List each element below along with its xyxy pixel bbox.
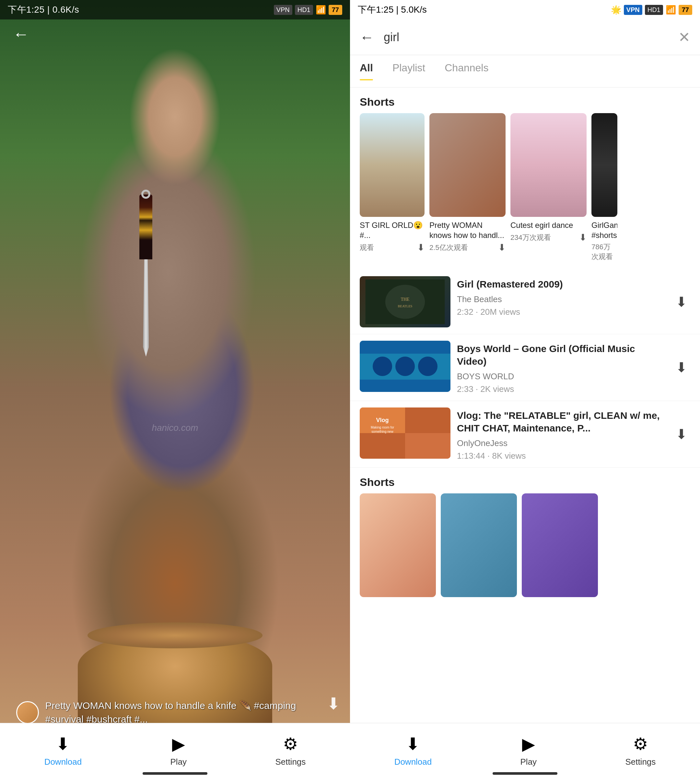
right-download-label: Download [394,757,432,767]
left-status-icons: VPN HD1 📶 77 [274,5,342,15]
left-back-arrow: ← [13,25,29,43]
knife-ring [141,190,150,199]
video-meta-0: 2:32 · 20M views [457,307,666,317]
left-signal-icon: 📶 [316,5,326,15]
svg-text:BEATLES: BEATLES [398,304,413,308]
video-info-0: Girl (Remastered 2009) The Beatles 2:32 … [457,276,666,317]
svg-text:Making room for: Making room for [371,426,394,429]
video-download-button-1[interactable]: ⬇ [672,356,690,379]
svg-text:something new: something new [372,430,393,433]
play-nav-icon: ▶ [172,734,185,754]
short-thumb-0 [360,113,425,217]
left-bottom-nav: ⬇ Download ▶ Play ⚙ Settings [0,723,350,778]
video-background: hanico.com [0,0,350,778]
short-card-bottom-1[interactable] [441,493,517,597]
short-views-0: 观看 [360,243,374,252]
video-download-button-2[interactable]: ⬇ [672,423,690,446]
svg-point-8 [418,357,438,376]
video-thumb-1 [360,341,450,392]
short-views-row-3: 786万次观看 [592,242,617,262]
right-signal-icon: 📶 [666,5,676,15]
video-thumb-0: THE BEATLES [360,276,450,327]
video-download-button[interactable]: ⬇ [327,695,340,713]
search-results-content[interactable]: Shorts ST GIRL ORLD😮 #... 观看 ⬇ Pretty WO… [350,87,700,723]
right-nav-download[interactable]: ⬇ Download [388,731,438,770]
stump-top [88,623,262,648]
settings-nav-label: Settings [275,757,306,767]
left-panel: hanico.com 下午1:25 | 0.6K/s VPN HD1 📶 77 … [0,0,350,778]
caption-avatar [16,701,39,724]
left-vpn-badge: VPN [274,5,292,15]
video-channel-2: OnlyOneJess [457,438,666,448]
video-duration-0: 2:32 [457,307,473,317]
knife-blade [143,259,149,357]
right-play-icon: ▶ [522,734,535,754]
video-views-1: 2K views [480,384,514,394]
short-download-1[interactable]: ⬇ [498,242,505,253]
video-item-2[interactable]: Vlog Making room for something new Vlog:… [350,401,700,468]
search-input[interactable] [384,26,668,48]
tab-all-label: All [360,62,373,73]
video-channel-1: BOYS WORLD [457,372,666,382]
right-nav-indicator [493,772,557,775]
right-panel: 下午1:25 | 5.0K/s 🌟 VPN HD1 📶 77 ← ✕ All P… [350,0,700,778]
right-settings-icon: ⚙ [633,734,648,754]
video-title-1: Boys World – Gone Girl (Official Music V… [457,342,666,367]
short-thumb-2 [510,113,587,217]
video-download-button-0[interactable]: ⬇ [672,291,690,313]
right-status-icons: 🌟 VPN HD1 📶 77 [611,5,692,15]
shorts-row-2 [350,493,700,605]
boysworld-thumb [360,341,450,392]
short-thumb-1 [429,113,505,217]
short-views-row-1: 2.5亿次观看 ⬇ [429,242,505,253]
play-nav-label: Play [170,757,187,767]
short-card-1[interactable]: Pretty WOMAN knows how to handl... 2.5亿次… [429,113,505,262]
search-back-button[interactable]: ← [357,26,377,48]
short-download-0[interactable]: ⬇ [417,242,425,253]
video-title-2: Vlog: The "RELATABLE" girl, CLEAN w/ me,… [457,409,666,434]
left-nav-download[interactable]: ⬇ Download [38,731,88,770]
right-settings-label: Settings [625,757,656,767]
download-nav-icon: ⬇ [56,734,70,754]
short-views-1: 2.5亿次观看 [429,243,468,252]
short-views-row-0: 观看 ⬇ [360,242,425,253]
video-item-1[interactable]: Boys World – Gone Girl (Official Music V… [350,334,700,401]
short-views-3: 786万次观看 [592,242,617,262]
left-back-button[interactable]: ← [10,23,32,45]
short-card-3[interactable]: GirlGang #shorts 786万次观看 [592,113,617,262]
right-battery-icon: 77 [678,5,692,15]
short-card-bottom-2[interactable] [522,493,598,597]
left-status-bar: 下午1:25 | 0.6K/s VPN HD1 📶 77 [0,0,350,20]
tab-all[interactable]: All [360,62,373,80]
video-item-0[interactable]: THE BEATLES Girl (Remastered 2009) The B… [350,270,700,334]
video-meta-1: 2:33 · 2K views [457,384,666,394]
search-clear-button[interactable]: ✕ [675,26,693,48]
short-card-bottom-0[interactable] [360,493,436,597]
knife-visual [133,195,159,357]
video-duration-1: 2:33 [457,384,473,394]
knife-handle [139,195,152,259]
video-sep-0: · [476,307,480,317]
tabs-bar: All Playlist Channels [350,55,700,87]
right-emoji-icon: 🌟 [611,5,621,15]
tab-playlist[interactable]: Playlist [392,62,425,80]
video-duration-2: 1:13:44 [457,451,485,461]
tab-channels[interactable]: Channels [445,62,488,80]
right-hd-badge: HD1 [645,5,663,15]
short-title-1: Pretty WOMAN knows how to handl... [429,220,505,240]
right-nav-play[interactable]: ▶ Play [514,731,543,770]
svg-text:Vlog: Vlog [376,417,389,423]
right-download-icon: ⬇ [406,734,420,754]
left-nav-play[interactable]: ▶ Play [164,731,193,770]
short-card-0[interactable]: ST GIRL ORLD😮 #... 观看 ⬇ [360,113,425,262]
short-download-2[interactable]: ⬇ [579,232,587,243]
short-card-2[interactable]: Cutest egirl dance 234万次观看 ⬇ [510,113,587,262]
svg-point-1 [385,285,425,319]
short-views-row-2: 234万次观看 ⬇ [510,232,587,243]
right-nav-settings[interactable]: ⚙ Settings [619,731,662,770]
caption-text: Pretty WOMAN knows how to handle a knife… [45,699,308,726]
short-thumb-bottom-0 [360,493,436,597]
left-nav-settings[interactable]: ⚙ Settings [269,731,312,770]
svg-text:THE: THE [400,297,409,302]
shorts-section-2-title: Shorts [350,468,700,493]
